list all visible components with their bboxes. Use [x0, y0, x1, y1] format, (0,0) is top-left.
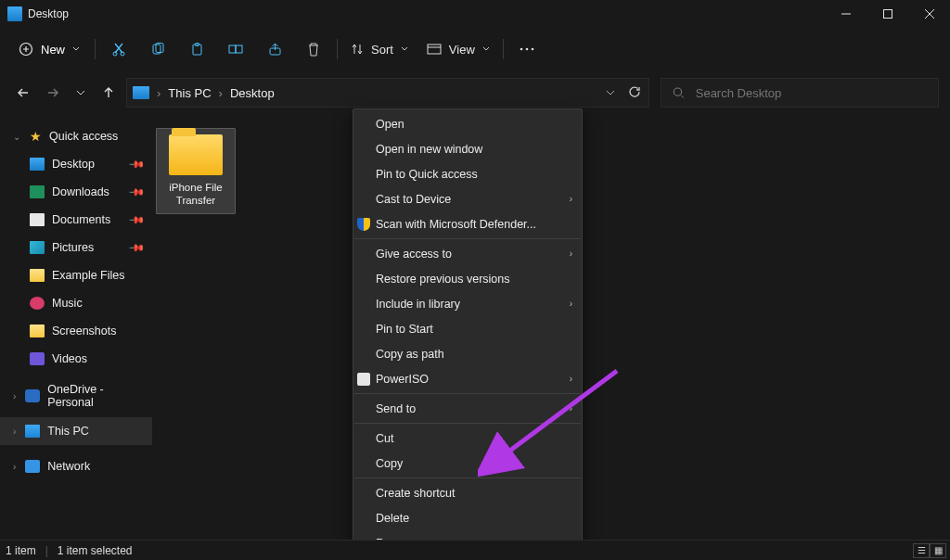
- arrow-up-icon: [102, 86, 115, 99]
- status-selected: 1 item selected: [58, 544, 133, 557]
- ctx-give-access[interactable]: Give access to›: [353, 241, 582, 266]
- maximize-button[interactable]: [867, 0, 908, 28]
- chevron-right-icon: ›: [570, 374, 572, 384]
- rename-button[interactable]: [216, 32, 255, 66]
- crumb-this-pc[interactable]: This PC: [168, 86, 211, 100]
- ctx-copy[interactable]: Copy: [353, 451, 582, 476]
- address-bar[interactable]: › This PC › Desktop: [126, 78, 649, 108]
- sort-button[interactable]: Sort: [341, 37, 417, 62]
- refresh-button[interactable]: [628, 85, 641, 101]
- share-button[interactable]: [255, 32, 294, 66]
- ctx-pin-quick-access[interactable]: Pin to Quick access: [353, 161, 582, 186]
- ctx-open[interactable]: Open: [353, 111, 582, 136]
- sidebar-item-desktop[interactable]: Desktop📌: [0, 150, 152, 178]
- chevron-right-icon: ›: [570, 194, 572, 204]
- folder-icon: [30, 325, 45, 337]
- ctx-send-to[interactable]: Send to›: [353, 396, 582, 421]
- recent-button[interactable]: [76, 88, 85, 97]
- pin-icon: 📌: [127, 238, 145, 256]
- paste-button[interactable]: [177, 32, 216, 66]
- rename-icon: [228, 43, 243, 56]
- chevron-right-icon: ›: [570, 248, 572, 259]
- thumbnails-view-button[interactable]: ▦: [930, 543, 946, 558]
- ctx-open-new-window[interactable]: Open in new window: [353, 136, 582, 161]
- ellipsis-icon: [520, 47, 534, 51]
- ctx-include-library[interactable]: Include in library›: [353, 291, 582, 316]
- new-button[interactable]: New: [7, 36, 91, 62]
- status-count: 1 item: [6, 544, 36, 557]
- ctx-copy-path[interactable]: Copy as path: [353, 341, 582, 366]
- pc-icon: [25, 425, 40, 438]
- arrow-right-icon: [46, 86, 59, 99]
- svg-rect-0: [883, 10, 892, 19]
- window-controls: [825, 0, 950, 28]
- more-button[interactable]: [507, 32, 546, 66]
- ctx-delete[interactable]: Delete: [353, 505, 582, 530]
- sidebar-item-screenshots[interactable]: Screenshots: [0, 317, 152, 345]
- cloud-icon: [25, 389, 40, 402]
- search-input[interactable]: [696, 86, 927, 100]
- sidebar-item-videos[interactable]: Videos: [0, 345, 152, 373]
- forward-button[interactable]: [46, 86, 59, 99]
- svg-point-12: [520, 48, 523, 51]
- up-button[interactable]: [102, 86, 115, 99]
- folder-item-iphone-transfer[interactable]: iPhone File Transfer: [156, 128, 236, 214]
- sidebar-quick-access[interactable]: ⌄★Quick access: [0, 122, 152, 150]
- ctx-restore-versions[interactable]: Restore previous versions: [353, 266, 582, 291]
- sidebar-item-pictures[interactable]: Pictures📌: [0, 234, 152, 261]
- view-icon: [427, 44, 442, 55]
- sidebar-item-network[interactable]: ›Network: [0, 452, 152, 480]
- folder-icon: [30, 269, 45, 282]
- ctx-cast-to-device[interactable]: Cast to Device›: [353, 186, 582, 211]
- minimize-button[interactable]: [825, 0, 867, 28]
- view-button[interactable]: View: [417, 37, 499, 62]
- sidebar-item-this-pc[interactable]: ›This PC: [0, 417, 152, 445]
- sidebar-item-documents[interactable]: Documents📌: [0, 206, 152, 234]
- toolbar: New Sort View: [0, 28, 950, 70]
- refresh-icon: [628, 85, 641, 98]
- chevron-down-icon: [72, 45, 80, 53]
- ctx-pin-start[interactable]: Pin to Start: [353, 316, 582, 341]
- poweriso-icon: [357, 373, 370, 386]
- sidebar-item-downloads[interactable]: Downloads📌: [0, 178, 152, 206]
- close-button[interactable]: [908, 0, 950, 28]
- ctx-cut[interactable]: Cut: [353, 426, 582, 451]
- delete-button[interactable]: [294, 32, 333, 66]
- share-icon: [268, 43, 282, 57]
- new-icon: [19, 42, 33, 57]
- scissors-icon: [111, 42, 126, 57]
- star-icon: ★: [30, 129, 42, 144]
- sidebar-item-music[interactable]: Music: [0, 289, 152, 317]
- chevron-right-icon: ›: [570, 403, 572, 414]
- copy-button[interactable]: [138, 32, 177, 66]
- ctx-defender-scan[interactable]: Scan with Microsoft Defender...: [353, 211, 582, 236]
- cut-button[interactable]: [99, 32, 138, 66]
- arrow-left-icon: [17, 86, 30, 99]
- status-bar: 1 item | 1 item selected ☰ ▦: [0, 540, 950, 560]
- svg-point-14: [532, 48, 534, 51]
- sort-label: Sort: [371, 43, 393, 57]
- crumb-desktop[interactable]: Desktop: [230, 86, 275, 100]
- ctx-create-shortcut[interactable]: Create shortcut: [353, 480, 582, 505]
- search-box[interactable]: [661, 78, 939, 108]
- pictures-icon: [30, 241, 45, 254]
- sidebar: ⌄★Quick access Desktop📌 Downloads📌 Docum…: [0, 115, 152, 540]
- maximize-icon: [883, 9, 892, 19]
- svg-rect-11: [428, 45, 441, 54]
- breadcrumb[interactable]: › This PC › Desktop: [157, 86, 275, 100]
- titlebar: Desktop: [0, 0, 950, 28]
- details-view-button[interactable]: ☰: [913, 543, 930, 558]
- chevron-right-icon: ›: [570, 299, 572, 309]
- copy-icon: [151, 43, 165, 57]
- ctx-poweriso[interactable]: PowerISO›: [353, 366, 582, 391]
- address-history-button[interactable]: [606, 86, 615, 100]
- pin-icon: 📌: [127, 210, 145, 228]
- chevron-down-icon: [606, 88, 615, 97]
- chevron-down-icon: [482, 45, 490, 53]
- new-label: New: [41, 43, 65, 57]
- folder-icon: [169, 134, 223, 175]
- back-button[interactable]: [17, 86, 30, 99]
- sidebar-item-onedrive[interactable]: ›OneDrive - Personal: [0, 382, 152, 410]
- sidebar-item-example[interactable]: Example Files: [0, 261, 152, 289]
- shield-icon: [357, 218, 370, 231]
